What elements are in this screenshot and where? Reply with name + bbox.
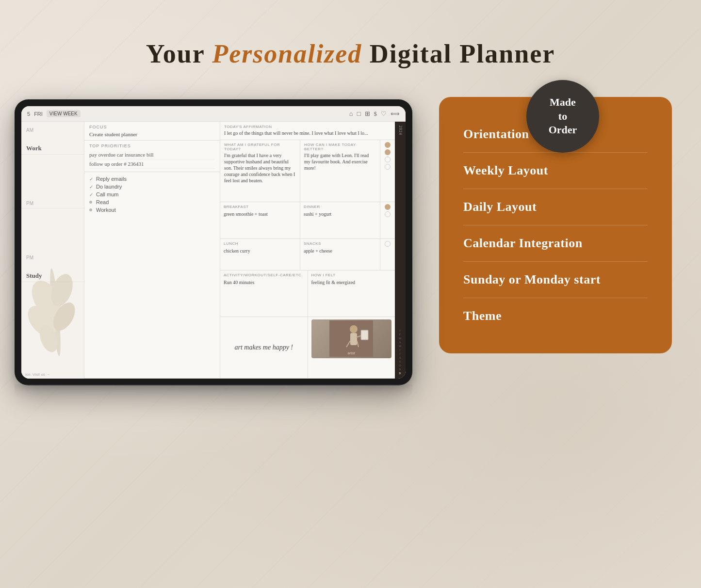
svg-rect-10 [361,330,368,340]
badge-line2: to [558,110,567,124]
water-dot-7 [385,241,391,247]
task-label-4: Read [96,199,109,205]
main-title: Your Personalized Digital Planner [0,39,701,69]
nav-icon[interactable]: ⟺ [391,110,400,118]
breakfast-header: BREAKFAST [224,205,296,209]
document-icon[interactable]: □ [357,110,361,118]
breakfast-cell: BREAKFAST green smoothie + toast [220,202,300,239]
felt-header: HOW I FELT [311,273,392,277]
focus-header: FOCUS [89,125,215,129]
sidebar-time: AM Work PM PM Study [21,122,84,379]
month-feb: F [399,333,401,336]
grateful-section: WHAT AM I GRATEFUL FOR TODAY? I'm gratef… [220,140,300,202]
day-name: FRI [34,111,43,117]
water-tracker-3 [380,239,395,270]
water-dot-3 [385,157,391,162]
top-priorities-section: TOP PRIORITIES pay overdue car insurance… [84,141,220,172]
focus-section: FOCUS Create student planner [84,122,220,141]
dot-icon-1 [89,201,92,204]
tablet-outer: 5 FRI VIEW WEEK ⌂ □ ⊞ $ ♡ ⟺ AM Work [15,99,412,385]
water-dot-5 [385,204,391,210]
leaf-decoration-icon [26,264,84,361]
day-number: 5 [27,111,30,117]
affirmation-section: TODAY'S AFFIRMATION I let go of the thin… [220,122,395,140]
priorities-header: TOP PRIORITIES [89,143,215,148]
art-quote-cell: art makes me happy ! [220,317,308,379]
feature-theme[interactable]: Theme [463,298,648,334]
feature-sunday-monday[interactable]: Sunday or Monday start [463,262,648,298]
tablet-screen: 5 FRI VIEW WEEK ⌂ □ ⊞ $ ♡ ⟺ AM Work [21,106,406,379]
month-jul: J [399,352,401,355]
task-item-3: ✓ Call mum [89,191,215,198]
priority-item-2: follow up order # 236431 [89,159,215,169]
grateful-improve-row: WHAT AM I GRATEFUL FOR TODAY? I'm gratef… [220,140,395,202]
snacks-cell: SNACKS apple + cheese [300,239,380,270]
pm2-label: PM [21,253,84,262]
dot-icon-2 [89,208,92,211]
art-row: art makes me happy ! [220,317,395,379]
felt-cell: HOW I FELT feeling fit & energized [308,270,395,317]
lunch-snacks-row: LUNCH chicken curry SNACKS apple + chees… [220,239,395,270]
focus-content: Create student planner [89,131,215,137]
affirmation-text: I let go of the things that will never b… [224,130,391,137]
feature-weekly-layout[interactable]: Weekly Layout [463,153,648,189]
improve-text: I'll play game with Leon. I'll read my f… [304,152,376,171]
work-section-label: Work [21,135,84,154]
activity-header: ACTIVITY/WORKOUT/SELF-CARE/ETC. [224,273,304,277]
am-label: AM [21,126,84,135]
title-part2: Digital Planner [370,39,555,68]
tablet-topbar: 5 FRI VIEW WEEK ⌂ □ ⊞ $ ♡ ⟺ [21,106,406,122]
month-dec: D [399,372,401,375]
improve-section: HOW CAN I MAKE TODAY BETTER? I'll play g… [300,140,380,202]
tablet-content-area: AM Work PM PM Study [21,122,406,379]
topbar-icons: ⌂ □ ⊞ $ ♡ ⟺ [349,110,400,118]
svg-text:artist: artist [348,351,355,355]
dinner-cell: DINNER sushi + yogurt [300,202,380,239]
art-quote-text: art makes me happy ! [234,343,293,352]
grateful-text: I'm grateful that I have a very supporti… [224,152,296,184]
dinner-content: sushi + yogurt [304,211,376,217]
painting-person-icon: artist [329,320,373,357]
year-label: 2024 [398,126,403,135]
felt-content: feeling fit & energized [311,279,392,286]
title-part1: Your [146,39,205,68]
tablet-device: 5 FRI VIEW WEEK ⌂ □ ⊞ $ ♡ ⟺ AM Work [15,99,412,555]
activity-content: Run 40 minutes [224,279,304,286]
task-item-1: ✓ Reply emails [89,175,215,183]
dinner-header: DINNER [304,205,376,209]
water-tracker [380,140,395,202]
year-strip: 2024 J F M A M J J A S O N D [395,122,406,379]
grid-icon[interactable]: ⊞ [365,110,370,118]
task-label-3: Call mum [96,191,118,197]
snacks-content: apple + cheese [304,248,376,254]
grateful-header: WHAT AM I GRATEFUL FOR TODAY? [224,143,296,151]
activity-cell: ACTIVITY/WORKOUT/SELF-CARE/ETC. Run 40 m… [220,270,308,317]
lunch-header: LUNCH [224,241,296,246]
home-icon[interactable]: ⌂ [349,110,353,118]
month-nov: N [399,368,401,371]
task-item-2: ✓ Do laundry [89,183,215,191]
lunch-cell: LUNCH chicken curry [220,239,300,270]
badge-line1: Made [550,95,576,110]
feature-daily-layout[interactable]: Daily Layout [463,189,648,225]
daily-log: TODAY'S AFFIRMATION I let go of the thin… [220,122,395,379]
view-week-button[interactable]: VIEW WEEK [47,110,81,117]
month-oct: O [399,364,401,367]
month-apr: A [399,341,401,344]
improve-header: HOW CAN I MAKE TODAY BETTER? [304,143,376,151]
tablet-shadow [15,384,412,399]
breakfast-content: green smoothie + toast [224,211,296,217]
planner-main: FOCUS Create student planner TOP PRIORIT… [84,122,220,379]
lunch-content: chicken curry [224,248,296,254]
svg-point-7 [350,325,358,333]
month-aug: A [399,356,401,359]
heart-icon[interactable]: ♡ [381,110,387,118]
made-to-order-badge: Made to Order [526,80,599,153]
water-dot-6 [385,211,391,217]
month-mar: M [399,337,402,340]
check-icon-2: ✓ [89,184,93,190]
dollar-icon[interactable]: $ [374,110,377,118]
feature-calendar-integration[interactable]: Calendar Integration [463,225,648,262]
badge-line3: Order [549,123,577,137]
affirmation-header: TODAY'S AFFIRMATION [224,125,391,129]
